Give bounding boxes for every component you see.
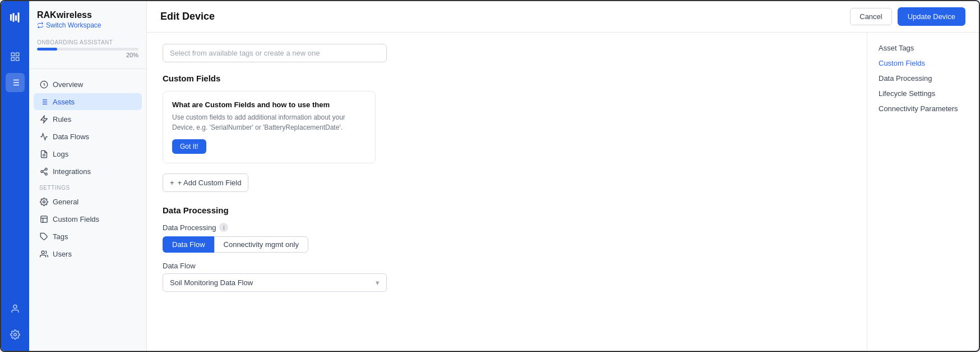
progress-bar bbox=[37, 48, 138, 51]
sidebar-item-label: Overview bbox=[53, 80, 83, 89]
svg-point-28 bbox=[45, 173, 47, 175]
sidebar-item-dataflows[interactable]: Data Flows bbox=[34, 128, 142, 145]
chevron-down-icon: ▾ bbox=[376, 278, 380, 287]
sidebar-item-label: Rules bbox=[53, 115, 71, 124]
svg-rect-4 bbox=[11, 53, 14, 56]
data-processing-label-row: Data Processing i bbox=[163, 223, 851, 232]
sidebar-item-users[interactable]: Users bbox=[34, 245, 142, 262]
assets-icon bbox=[39, 97, 48, 106]
svg-point-36 bbox=[41, 250, 44, 253]
sidebar: RAKwireless Switch Workspace ONBOARDING … bbox=[29, 1, 147, 351]
icon-bar-person[interactable] bbox=[6, 299, 25, 318]
right-nav-data-processing[interactable]: Data Processing bbox=[879, 72, 968, 85]
icon-bar bbox=[1, 1, 29, 351]
dashboard-icon bbox=[39, 80, 48, 89]
right-nav-connectivity-parameters[interactable]: Connectivity Parameters bbox=[879, 102, 968, 115]
custom-fields-icon bbox=[39, 214, 48, 223]
right-nav-asset-tags[interactable]: Asset Tags bbox=[879, 42, 968, 54]
tags-icon bbox=[39, 232, 48, 241]
right-nav-custom-fields[interactable]: Custom Fields bbox=[879, 57, 968, 70]
plus-icon: + bbox=[170, 179, 174, 187]
add-custom-field-label: + Add Custom Field bbox=[178, 179, 242, 187]
sidebar-item-custom-fields[interactable]: Custom Fields bbox=[34, 211, 142, 227]
data-processing-title: Data Processing bbox=[163, 205, 851, 215]
info-box-text: Use custom fields to add additional info… bbox=[172, 112, 366, 132]
sidebar-item-general[interactable]: General bbox=[34, 193, 142, 210]
main-header: Edit Device Cancel Update Device bbox=[147, 1, 979, 33]
sidebar-item-label: Integrations bbox=[53, 167, 91, 176]
sidebar-item-rules[interactable]: Rules bbox=[34, 111, 142, 127]
info-box-title: What are Custom Fields and how to use th… bbox=[172, 100, 366, 109]
right-nav-lifecycle-settings[interactable]: Lifecycle Settings bbox=[879, 87, 968, 100]
svg-rect-5 bbox=[16, 53, 19, 56]
tags-input-bar[interactable]: Select from available tags or create a n… bbox=[163, 44, 387, 62]
onboarding-label: ONBOARDING ASSISTANT bbox=[37, 39, 138, 45]
svg-rect-32 bbox=[40, 216, 47, 222]
app-logo bbox=[6, 8, 25, 27]
sidebar-item-label: Logs bbox=[53, 150, 68, 158]
data-flow-value: Soil Monitoring Data Flow bbox=[170, 278, 253, 287]
sidebar-item-logs[interactable]: Logs bbox=[34, 145, 142, 162]
sidebar-item-label: Users bbox=[53, 250, 72, 258]
svg-point-31 bbox=[43, 200, 45, 203]
add-custom-field-button[interactable]: + + Add Custom Field bbox=[163, 173, 248, 192]
sidebar-item-label: Assets bbox=[53, 98, 75, 106]
toggle-data-flow[interactable]: Data Flow bbox=[163, 236, 214, 253]
data-processing-info-icon[interactable]: i bbox=[219, 223, 228, 232]
svg-line-29 bbox=[43, 172, 45, 173]
sidebar-item-assets[interactable]: Assets bbox=[34, 93, 142, 110]
custom-fields-info-box: What are Custom Fields and how to use th… bbox=[163, 91, 376, 163]
sidebar-item-label: Data Flows bbox=[53, 132, 89, 141]
content-main: Select from available tags or create a n… bbox=[147, 33, 867, 351]
svg-rect-0 bbox=[10, 14, 12, 21]
sidebar-item-integrations[interactable]: Integrations bbox=[34, 163, 142, 180]
page-title: Edit Device bbox=[160, 11, 215, 22]
icon-bar-settings[interactable] bbox=[6, 325, 25, 344]
svg-point-27 bbox=[40, 170, 43, 172]
got-it-button[interactable]: Got It! bbox=[172, 139, 206, 154]
content-area: Select from available tags or create a n… bbox=[147, 33, 979, 351]
custom-fields-title: Custom Fields bbox=[163, 74, 851, 83]
icon-bar-assets[interactable] bbox=[6, 73, 25, 92]
tags-placeholder: Select from available tags or create a n… bbox=[170, 49, 320, 57]
progress-fill bbox=[37, 48, 57, 51]
svg-point-15 bbox=[14, 333, 17, 336]
svg-marker-23 bbox=[40, 116, 47, 123]
sidebar-brand: RAKwireless bbox=[37, 10, 138, 20]
sidebar-item-label: Tags bbox=[53, 232, 68, 241]
dataflows-icon bbox=[39, 132, 48, 141]
custom-fields-section: Custom Fields What are Custom Fields and… bbox=[163, 74, 851, 192]
header-actions: Cancel Update Device bbox=[850, 7, 965, 26]
svg-point-26 bbox=[45, 168, 47, 170]
switch-workspace-link[interactable]: Switch Workspace bbox=[37, 21, 138, 29]
integrations-icon bbox=[39, 167, 48, 176]
icon-bar-dashboard[interactable] bbox=[6, 47, 25, 66]
sidebar-header: RAKwireless Switch Workspace bbox=[29, 1, 146, 34]
sidebar-item-overview[interactable]: Overview bbox=[34, 76, 142, 93]
cancel-button[interactable]: Cancel bbox=[850, 8, 891, 25]
update-device-button[interactable]: Update Device bbox=[898, 7, 965, 26]
app-window: RAKwireless Switch Workspace ONBOARDING … bbox=[0, 0, 980, 352]
svg-rect-6 bbox=[11, 58, 14, 61]
sidebar-divider bbox=[29, 68, 146, 69]
svg-rect-1 bbox=[13, 13, 15, 22]
sidebar-nav: Overview Assets Rules Data Flows bbox=[29, 74, 146, 351]
data-flow-label: Data Flow bbox=[163, 262, 851, 270]
users-icon bbox=[39, 249, 48, 258]
onboarding-section: ONBOARDING ASSISTANT 20% bbox=[37, 39, 138, 58]
switch-workspace-label: Switch Workspace bbox=[46, 21, 101, 29]
main-area: Edit Device Cancel Update Device Select … bbox=[147, 1, 979, 351]
logs-icon bbox=[39, 149, 48, 158]
data-processing-label-text: Data Processing bbox=[163, 223, 216, 232]
gear-icon bbox=[39, 197, 48, 206]
progress-pct: 20% bbox=[37, 52, 138, 58]
right-nav: Asset Tags Custom Fields Data Processing… bbox=[867, 33, 979, 351]
toggle-connectivity[interactable]: Connectivity mgmt only bbox=[214, 236, 308, 253]
toggle-group: Data Flow Connectivity mgmt only bbox=[163, 236, 851, 253]
svg-point-14 bbox=[13, 305, 17, 308]
data-flow-select[interactable]: Soil Monitoring Data Flow ▾ bbox=[163, 273, 387, 292]
svg-rect-3 bbox=[18, 12, 20, 22]
rules-icon bbox=[39, 115, 48, 124]
settings-section-label: SETTINGS bbox=[34, 180, 142, 193]
sidebar-item-tags[interactable]: Tags bbox=[34, 228, 142, 245]
